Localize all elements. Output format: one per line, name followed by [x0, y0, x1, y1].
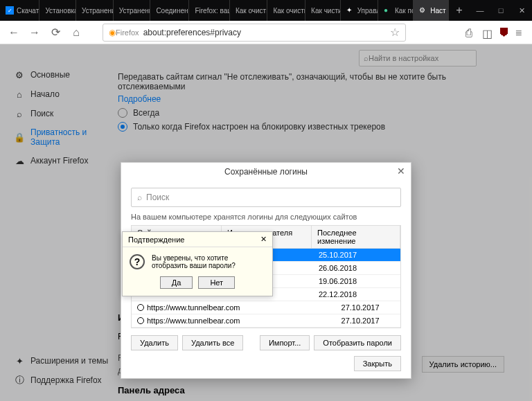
search-icon: ⌕: [137, 193, 142, 202]
tab-label: Соединени: [156, 7, 189, 15]
close-button[interactable]: Закрыть: [354, 356, 401, 371]
tab-label: Как чисти: [311, 7, 341, 15]
checkbox-icon: ✓: [6, 6, 14, 15]
tab-label: Управл: [357, 7, 378, 15]
tab-label: Как очисти: [236, 7, 268, 15]
cell-date: 27.10.2017: [336, 314, 400, 327]
cell-site: https://www.tunnelbear.com: [132, 301, 246, 314]
globe-icon: ●: [384, 6, 392, 15]
table-row[interactable]: https://www.tunnelbear.com27.10.2017: [132, 301, 400, 314]
globe-icon: [137, 304, 144, 311]
cell-user: [246, 314, 336, 327]
confirm-close-button[interactable]: ✕: [260, 235, 267, 244]
tab-6[interactable]: Как очисти: [230, 0, 268, 21]
tab-4[interactable]: Соединени: [150, 0, 189, 21]
dialog-search[interactable]: ⌕Поиск: [131, 188, 401, 207]
tab-label: Как очисти: [273, 7, 305, 15]
globe-icon: [137, 317, 144, 324]
reload-button[interactable]: ⟳: [47, 24, 64, 41]
tab-10[interactable]: ●Как по: [378, 0, 414, 21]
tab-3[interactable]: Устранени: [114, 0, 151, 21]
confirm-title-bar: Подтверждение ✕: [123, 232, 272, 247]
minimize-button[interactable]: —: [470, 0, 490, 21]
bookmark-star-icon[interactable]: ☆: [390, 26, 400, 39]
col-date[interactable]: Последнее изменение: [312, 226, 400, 248]
library-icon[interactable]: ⎙: [466, 27, 477, 38]
home-button[interactable]: ⌂: [68, 24, 85, 41]
confirm-title: Подтверждение: [128, 235, 184, 244]
tab-2[interactable]: Устранени: [76, 0, 114, 21]
tab-label: Как по: [395, 7, 414, 15]
title-bar: ✓Скачать Установка Устранени Устранени С…: [0, 0, 532, 21]
toolbar-right: ⎙ ◫ ⛊ ≡: [466, 27, 526, 38]
gear-icon: ⚙: [419, 6, 427, 15]
content-area: ⌕ Найти в настройках ⚙Основные ⌂Начало ⌕…: [0, 44, 532, 401]
tab-label: Устранени: [82, 7, 114, 15]
import-button[interactable]: Импорт...: [260, 335, 310, 350]
forward-button[interactable]: →: [26, 24, 43, 41]
urlbar-text: about:preferences#privacy: [143, 28, 386, 37]
sidebar-icon[interactable]: ◫: [482, 27, 493, 38]
tab-strip: ✓Скачать Установка Устранени Устранени С…: [0, 0, 449, 21]
dialog-title: Сохранённые логины: [224, 167, 308, 177]
new-tab-button[interactable]: +: [449, 0, 470, 21]
delete-button[interactable]: Удалить: [131, 335, 178, 350]
tab-label: Устранени: [119, 7, 151, 15]
dialog-actions: Удалить Удалить все Импорт... Отобразить…: [131, 335, 401, 350]
dialog-note: На вашем компьютере хранятся логины для …: [131, 213, 401, 221]
show-passwords-button[interactable]: Отобразить пароли: [314, 335, 401, 350]
dialog-title-bar: Сохранённые логины ✕: [121, 163, 411, 181]
firefox-icon: ◉: [109, 28, 116, 37]
tab-7[interactable]: Как очисти: [267, 0, 305, 21]
tab-label: Скачать: [17, 7, 39, 15]
tab-0[interactable]: ✓Скачать: [0, 0, 39, 21]
tab-11-active[interactable]: ⚙Наст×: [414, 0, 449, 21]
maximize-button[interactable]: □: [490, 0, 511, 21]
confirm-yes-button[interactable]: Да: [160, 276, 193, 289]
table-row[interactable]: https://www.tunnelbear.com27.10.2017: [132, 314, 400, 328]
toolbar: ← → ⟳ ⌂ ◉ Firefox about:preferences#priv…: [0, 21, 532, 44]
tab-5[interactable]: Firefox: ваш: [189, 0, 229, 21]
tab-label: Установка: [45, 7, 76, 15]
delete-all-button[interactable]: Удалить все: [182, 335, 243, 350]
ublock-icon[interactable]: ⛊: [499, 27, 510, 38]
close-window-button[interactable]: ✕: [511, 0, 532, 21]
tab-1[interactable]: Установка: [39, 0, 76, 21]
search-placeholder: Поиск: [146, 193, 169, 202]
dialog-footer: Закрыть: [131, 356, 401, 371]
tab-label: Наст: [430, 7, 445, 15]
cell-site: https://www.tunnelbear.com: [132, 314, 246, 327]
confirm-text: Вы уверены, что хотите отобразить ваши п…: [152, 254, 265, 269]
confirm-dialog: Подтверждение ✕ ? Вы уверены, что хотите…: [122, 231, 273, 296]
tab-9[interactable]: ✦Управл: [341, 0, 378, 21]
menu-icon[interactable]: ≡: [515, 27, 526, 38]
dialog-close-button[interactable]: ✕: [397, 166, 405, 177]
cell-user: [246, 301, 336, 314]
question-icon: ?: [130, 254, 145, 269]
url-bar[interactable]: ◉ Firefox about:preferences#privacy ☆: [103, 24, 406, 42]
window-controls: — □ ✕: [470, 0, 532, 21]
urlbar-brand: Firefox: [116, 28, 139, 37]
back-button[interactable]: ←: [6, 24, 22, 41]
confirm-no-button[interactable]: Нет: [198, 276, 235, 289]
puzzle-icon: ✦: [346, 6, 355, 15]
cell-date: 27.10.2017: [336, 301, 400, 314]
tab-label: Firefox: ваш: [195, 7, 229, 15]
tab-8[interactable]: Как чисти: [305, 0, 341, 21]
